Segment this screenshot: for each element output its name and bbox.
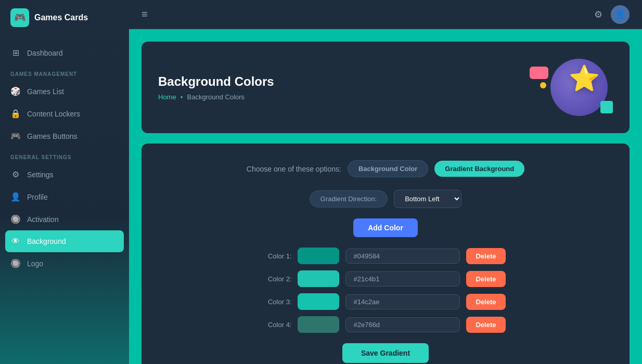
games-management-section: GAMES MANAGEMENT: [0, 64, 129, 80]
sidebar-logo: 🎮 Games Cards: [0, 0, 129, 35]
topbar-right: ⚙ 👤: [594, 5, 630, 24]
illus-badge: [530, 67, 548, 79]
dashboard-icon: ⊞: [10, 48, 21, 58]
games-list-icon: 🎲: [10, 86, 21, 96]
header-card-text: Background Colors Home ● Background Colo…: [158, 74, 274, 101]
gradient-direction-select[interactable]: Bottom LeftTop LeftTop RightBottom Right: [394, 190, 461, 208]
activation-icon: 🔘: [10, 214, 21, 224]
color-rows: Color 1:DeleteColor 2:DeleteColor 3:Dele…: [154, 248, 617, 333]
sidebar-item-background[interactable]: 👁 Background: [5, 230, 124, 252]
color-input-2[interactable]: [345, 271, 460, 287]
sidebar-item-settings[interactable]: ⚙ Settings: [0, 163, 129, 186]
topbar: ≡ ⚙ 👤: [129, 0, 642, 29]
profile-icon: 👤: [10, 192, 21, 202]
sidebar: 🎮 Games Cards ⊞ Dashboard GAMES MANAGEME…: [0, 0, 129, 364]
color-swatch-4[interactable]: [298, 316, 339, 333]
breadcrumb-current: Background Colors: [187, 93, 245, 101]
color-swatch-2[interactable]: [298, 270, 339, 287]
sidebar-item-activation-label: Activation: [27, 215, 59, 224]
color-swatch-3[interactable]: [298, 293, 339, 310]
settings-icon: ⚙: [10, 170, 21, 179]
choose-label: Choose one of these options:: [247, 165, 341, 173]
color-label-1: Color 1:: [265, 252, 291, 260]
sidebar-item-activation[interactable]: 🔘 Activation: [0, 208, 129, 230]
illus-gem: [600, 101, 613, 113]
main-area: ≡ ⚙ 👤 Background Colors Home ● Backgroun…: [129, 0, 642, 364]
gradient-direction-label: Gradient Direction:: [310, 190, 388, 207]
color-input-3[interactable]: [345, 294, 460, 309]
header-illustration: ⭐: [530, 56, 613, 119]
main-panel: Choose one of these options: Background …: [142, 144, 630, 364]
direction-row: Gradient Direction: Bottom LeftTop LeftT…: [154, 190, 617, 208]
gradient-background-button[interactable]: Gradient Background: [434, 161, 524, 177]
color-row: Color 4:Delete: [265, 316, 505, 333]
content-area: Background Colors Home ● Background Colo…: [129, 29, 642, 364]
color-row: Color 2:Delete: [265, 270, 505, 287]
logo-text: Games Cards: [34, 13, 88, 22]
color-label-2: Color 2:: [265, 275, 291, 283]
add-color-row: Add Color: [154, 218, 617, 237]
avatar[interactable]: 👤: [611, 5, 630, 24]
sidebar-item-dashboard[interactable]: ⊞ Dashboard: [0, 42, 129, 64]
logo-nav-icon: 🔘: [10, 258, 21, 268]
sidebar-nav: ⊞ Dashboard GAMES MANAGEMENT 🎲 Games Lis…: [0, 35, 129, 364]
option-row: Choose one of these options: Background …: [154, 160, 617, 177]
sidebar-item-games-list[interactable]: 🎲 Games List: [0, 80, 129, 102]
sidebar-item-profile-label: Profile: [27, 193, 48, 201]
delete-button-4[interactable]: Delete: [466, 317, 505, 333]
sidebar-item-games-list-label: Games List: [27, 87, 64, 96]
save-gradient-button[interactable]: Save Gradient: [342, 343, 429, 363]
content-lockers-icon: 🔒: [10, 109, 21, 119]
menu-icon[interactable]: ≡: [142, 8, 148, 20]
sidebar-item-dashboard-label: Dashboard: [27, 49, 63, 57]
header-card: Background Colors Home ● Background Colo…: [142, 42, 630, 133]
sidebar-item-logo-label: Logo: [27, 259, 43, 268]
delete-button-3[interactable]: Delete: [466, 294, 505, 310]
add-color-button[interactable]: Add Color: [353, 218, 418, 237]
color-row: Color 3:Delete: [265, 293, 505, 310]
page-title: Background Colors: [158, 74, 274, 89]
logo-icon: 🎮: [10, 8, 29, 27]
save-row: Save Gradient: [154, 343, 617, 363]
sidebar-item-logo[interactable]: 🔘 Logo: [0, 252, 129, 275]
illus-dot: [540, 82, 546, 88]
settings-topbar-icon[interactable]: ⚙: [594, 9, 602, 20]
sidebar-item-background-label: Background: [27, 237, 66, 245]
color-label-3: Color 3:: [265, 298, 291, 306]
sidebar-item-profile[interactable]: 👤 Profile: [0, 186, 129, 208]
sidebar-item-games-buttons[interactable]: 🎮 Games Buttons: [0, 125, 129, 147]
breadcrumb: Home ● Background Colors: [158, 93, 274, 101]
background-color-button[interactable]: Background Color: [348, 160, 428, 177]
delete-button-1[interactable]: Delete: [466, 248, 505, 264]
breadcrumb-separator: ●: [181, 95, 183, 99]
color-label-4: Color 4:: [265, 321, 291, 329]
color-input-1[interactable]: [345, 249, 460, 264]
background-icon: 👁: [10, 237, 21, 246]
sidebar-item-games-buttons-label: Games Buttons: [27, 132, 78, 140]
color-swatch-1[interactable]: [298, 248, 339, 264]
breadcrumb-home[interactable]: Home: [158, 93, 176, 101]
color-input-4[interactable]: [345, 317, 460, 332]
general-settings-section: GENERAL SETTINGS: [0, 147, 129, 163]
delete-button-2[interactable]: Delete: [466, 271, 505, 287]
sidebar-item-content-lockers-label: Content Lockers: [27, 110, 80, 118]
illus-star: ⭐: [569, 64, 600, 93]
sidebar-item-settings-label: Settings: [27, 171, 54, 179]
color-row: Color 1:Delete: [265, 248, 505, 264]
sidebar-item-content-lockers[interactable]: 🔒 Content Lockers: [0, 102, 129, 125]
games-buttons-icon: 🎮: [10, 131, 21, 141]
